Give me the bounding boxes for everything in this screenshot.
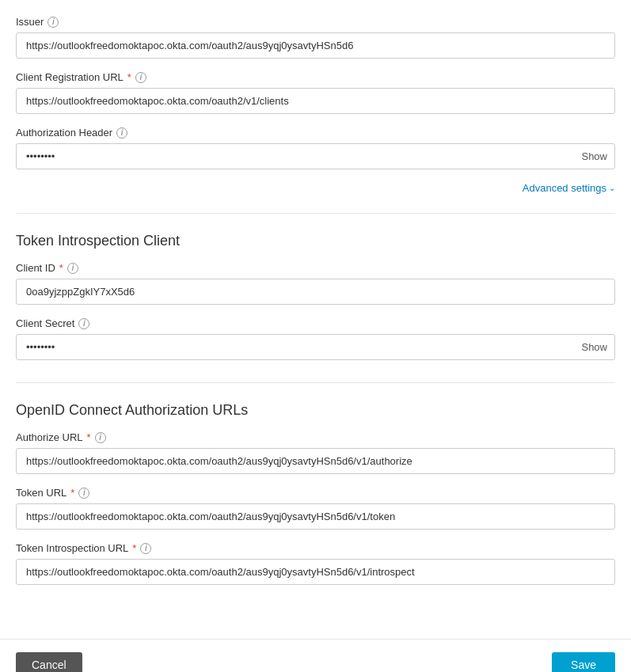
- client-id-required: *: [59, 262, 63, 274]
- cancel-button[interactable]: Cancel: [16, 652, 82, 672]
- authorize-url-field-group: Authorize URL * i: [16, 431, 615, 474]
- save-button[interactable]: Save: [552, 652, 615, 672]
- openid-connect-section-title: OpenID Connect Authorization URLs: [16, 402, 615, 419]
- authorization-header-field-group: Authorization Header i Show: [16, 127, 615, 169]
- issuer-label: Issuer i: [16, 16, 615, 28]
- token-url-label-text: Token URL: [16, 487, 67, 499]
- client-secret-wrapper: Show: [16, 334, 615, 360]
- divider-2: [16, 382, 615, 383]
- page-container: Issuer i Client Registration URL * i Aut…: [0, 0, 631, 623]
- client-secret-input[interactable]: [16, 334, 615, 360]
- client-id-label-text: Client ID: [16, 262, 55, 274]
- client-secret-label-text: Client Secret: [16, 317, 74, 329]
- authorization-header-label: Authorization Header i: [16, 127, 615, 139]
- advanced-settings-link-container: Advanced settings ⌄: [16, 182, 615, 194]
- token-introspection-url-label-text: Token Introspection URL: [16, 542, 128, 554]
- client-secret-info-icon[interactable]: i: [78, 318, 89, 329]
- authorization-header-label-text: Authorization Header: [16, 127, 112, 139]
- client-id-info-icon[interactable]: i: [67, 263, 78, 274]
- token-introspection-url-input[interactable]: [16, 559, 615, 585]
- issuer-input[interactable]: [16, 32, 615, 59]
- token-introspection-client-section: Token Introspection Client Client ID * i…: [16, 233, 615, 360]
- divider-1: [16, 213, 615, 214]
- authorize-url-input[interactable]: [16, 448, 615, 474]
- token-url-info-icon[interactable]: i: [78, 488, 89, 499]
- client-id-label: Client ID * i: [16, 262, 615, 274]
- token-url-label: Token URL * i: [16, 487, 615, 499]
- authorization-header-info-icon[interactable]: i: [116, 127, 127, 139]
- authorization-header-wrapper: Show: [16, 143, 615, 169]
- token-introspection-client-title: Token Introspection Client: [16, 233, 615, 249]
- client-secret-field-group: Client Secret i Show: [16, 317, 615, 360]
- token-introspection-url-field-group: Token Introspection URL * i: [16, 542, 615, 585]
- client-registration-url-info-icon[interactable]: i: [135, 72, 146, 83]
- authorization-header-show-button[interactable]: Show: [581, 150, 607, 162]
- token-url-field-group: Token URL * i: [16, 487, 615, 530]
- advanced-settings-link[interactable]: Advanced settings ⌄: [523, 182, 615, 194]
- issuer-info-icon[interactable]: i: [48, 17, 59, 28]
- authorize-url-label-text: Authorize URL: [16, 431, 83, 443]
- client-registration-url-label-text: Client Registration URL: [16, 71, 124, 83]
- client-registration-url-field-group: Client Registration URL * i: [16, 71, 615, 114]
- authorization-header-input[interactable]: [16, 143, 615, 169]
- issuer-field-group: Issuer i: [16, 16, 615, 59]
- footer-actions: Cancel Save: [0, 639, 631, 672]
- chevron-down-icon: ⌄: [609, 184, 615, 192]
- token-introspection-url-label: Token Introspection URL * i: [16, 542, 615, 554]
- authorize-url-label: Authorize URL * i: [16, 431, 615, 443]
- advanced-settings-label: Advanced settings: [523, 182, 606, 194]
- client-registration-url-label: Client Registration URL * i: [16, 71, 615, 83]
- client-id-input[interactable]: [16, 279, 615, 305]
- issuer-label-text: Issuer: [16, 16, 44, 28]
- client-secret-show-button[interactable]: Show: [581, 341, 607, 353]
- authorize-url-required: *: [87, 431, 91, 443]
- token-url-input[interactable]: [16, 503, 615, 530]
- client-registration-url-input[interactable]: [16, 88, 615, 114]
- token-url-required: *: [70, 487, 74, 499]
- authorize-url-info-icon[interactable]: i: [95, 432, 106, 443]
- openid-connect-section: OpenID Connect Authorization URLs Author…: [16, 402, 615, 585]
- client-registration-url-required: *: [127, 71, 131, 83]
- token-introspection-url-required: *: [132, 542, 136, 554]
- client-id-field-group: Client ID * i: [16, 262, 615, 305]
- token-introspection-url-info-icon[interactable]: i: [140, 543, 151, 554]
- client-secret-label: Client Secret i: [16, 317, 615, 329]
